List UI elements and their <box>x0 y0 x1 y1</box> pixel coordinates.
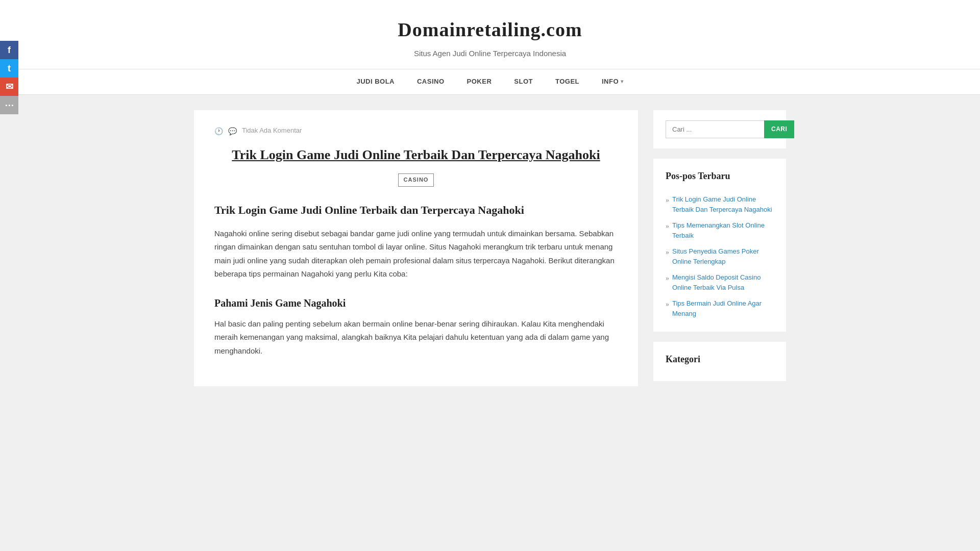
info-dropdown-arrow: ▾ <box>621 78 624 86</box>
recent-posts-title: Pos-pos Terbaru <box>666 169 774 184</box>
list-item: Situs Penyedia Games Poker Online Terlen… <box>666 243 774 269</box>
post-content-body: Trik Login Game Judi Online Terbaik dan … <box>214 201 618 358</box>
post-comment-count: Tidak Ada Komentar <box>242 126 302 136</box>
search-button[interactable]: CARI <box>764 120 794 138</box>
list-item: Mengisi Saldo Deposit Casino Online Terb… <box>666 269 774 295</box>
post-meta: 🕐 💬 Tidak Ada Komentar <box>214 126 618 137</box>
nav-item-slot[interactable]: SLOT <box>503 69 544 94</box>
twitter-button[interactable]: t <box>0 59 18 78</box>
email-icon: ✉ <box>6 80 13 94</box>
share-icon: ⋯ <box>5 98 14 113</box>
sidebar: CARI Pos-pos Terbaru Trik Login Game Jud… <box>653 110 786 382</box>
list-item: Trik Login Game Judi Online Terbaik Dan … <box>666 191 774 217</box>
search-form: CARI <box>666 120 774 138</box>
share-button[interactable]: ⋯ <box>0 96 18 114</box>
kategori-title: Kategori <box>666 352 774 367</box>
recent-post-link-4[interactable]: Mengisi Saldo Deposit Casino Online Terb… <box>672 272 774 292</box>
recent-posts-list: Trik Login Game Judi Online Terbaik Dan … <box>666 191 774 321</box>
nav-item-poker[interactable]: POKER <box>456 69 503 94</box>
site-title: Domainretailing.com <box>10 14 970 45</box>
site-nav: JUDI BOLA CASINO POKER SLOT TOGEL INFO ▾ <box>0 69 980 95</box>
recent-posts-widget: Pos-pos Terbaru Trik Login Game Judi Onl… <box>653 159 786 332</box>
email-button[interactable]: ✉ <box>0 78 18 96</box>
recent-post-link-5[interactable]: Tips Bermain Judi Online Agar Menang <box>672 298 774 318</box>
clock-icon: 🕐 <box>214 126 223 137</box>
category-badge[interactable]: CASINO <box>398 173 434 187</box>
facebook-button[interactable]: f <box>0 41 18 59</box>
content-paragraph-2: Hal basic dan paling penting sebelum aka… <box>214 317 618 358</box>
search-widget: CARI <box>653 110 786 148</box>
post-title: Trik Login Game Judi Online Terbaik Dan … <box>214 146 618 164</box>
list-item: Tips Bermain Judi Online Agar Menang <box>666 295 774 321</box>
list-item: Tips Memenangkan Slot Online Terbaik <box>666 217 774 243</box>
social-sidebar: f t ✉ ⋯ <box>0 41 18 114</box>
content-subheading-1: Pahami Jenis Game Nagahoki <box>214 295 618 311</box>
site-subtitle: Situs Agen Judi Online Terpercaya Indone… <box>10 47 970 60</box>
page-wrapper: 🕐 💬 Tidak Ada Komentar Trik Login Game J… <box>184 110 796 386</box>
content-paragraph-1: Nagahoki online sering disebut sebagai b… <box>214 227 618 281</box>
search-input[interactable] <box>666 120 764 138</box>
nav-item-togel[interactable]: TOGEL <box>544 69 591 94</box>
facebook-icon: f <box>8 43 11 58</box>
recent-post-link-1[interactable]: Trik Login Game Judi Online Terbaik Dan … <box>672 194 774 214</box>
content-heading: Trik Login Game Judi Online Terbaik dan … <box>214 201 618 219</box>
site-header: Domainretailing.com Situs Agen Judi Onli… <box>0 0 980 69</box>
comment-icon: 💬 <box>228 126 237 137</box>
nav-item-casino[interactable]: CASINO <box>406 69 456 94</box>
main-content: 🕐 💬 Tidak Ada Komentar Trik Login Game J… <box>194 110 638 386</box>
post-category-badge: CASINO <box>214 173 618 187</box>
nav-item-judi-bola[interactable]: JUDI BOLA <box>345 69 406 94</box>
twitter-icon: t <box>8 61 11 76</box>
recent-post-link-2[interactable]: Tips Memenangkan Slot Online Terbaik <box>672 220 774 240</box>
nav-item-info[interactable]: INFO ▾ <box>591 69 635 94</box>
kategori-widget: Kategori <box>653 342 786 381</box>
recent-post-link-3[interactable]: Situs Penyedia Games Poker Online Terlen… <box>672 246 774 266</box>
